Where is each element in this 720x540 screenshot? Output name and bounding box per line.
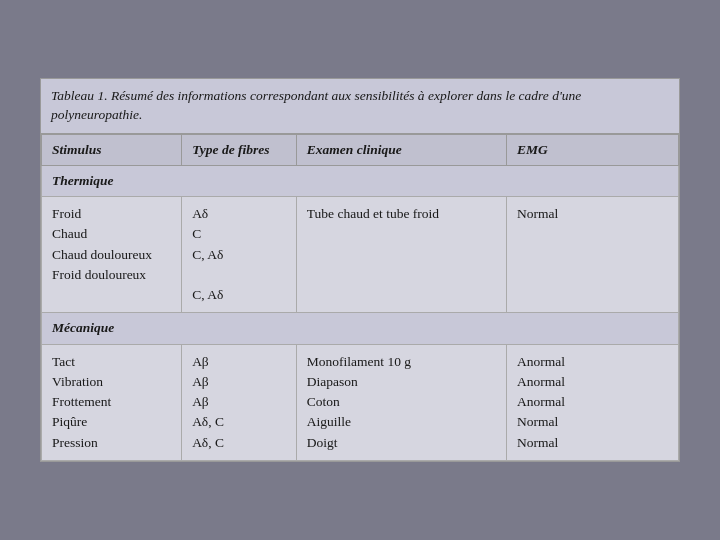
cell-emg-1-0: AnormalAnormalAnormalNormalNormal	[506, 344, 678, 460]
table-caption: Tableau 1. Résumé des informations corre…	[41, 79, 679, 134]
caption-text: Tableau 1. Résumé des informations corre…	[51, 88, 581, 122]
header-row: Stimulus Type de fibres Examen clinique …	[42, 134, 679, 165]
table-row-1-0: TactVibrationFrottementPiqûrePressionAβA…	[42, 344, 679, 460]
cell-stimulus-0-0: FroidChaudChaud douloureuxFroid douloure…	[42, 197, 182, 313]
cell-fibres-1-0: AβAβAβAδ, CAδ, C	[182, 344, 297, 460]
section-header-label-0: Thermique	[42, 165, 679, 196]
cell-examen-0-0: Tube chaud et tube froid	[296, 197, 506, 313]
cell-stimulus-1-0: TactVibrationFrottementPiqûrePression	[42, 344, 182, 460]
section-header-label-1: Mécanique	[42, 313, 679, 344]
cell-examen-1-0: Monofilament 10 gDiapasonCotonAiguilleDo…	[296, 344, 506, 460]
main-table-container: Tableau 1. Résumé des informations corre…	[40, 78, 680, 462]
header-examen: Examen clinique	[296, 134, 506, 165]
table-row-0-0: FroidChaudChaud douloureuxFroid douloure…	[42, 197, 679, 313]
table-body: ThermiqueFroidChaudChaud douloureuxFroid…	[42, 165, 679, 460]
cell-emg-0-0: Normal	[506, 197, 678, 313]
header-emg: EMG	[506, 134, 678, 165]
header-stimulus: Stimulus	[42, 134, 182, 165]
section-header-1: Mécanique	[42, 313, 679, 344]
cell-fibres-0-0: AδCC, AδC, Aδ	[182, 197, 297, 313]
data-table: Stimulus Type de fibres Examen clinique …	[41, 134, 679, 461]
header-fibres: Type de fibres	[182, 134, 297, 165]
section-header-0: Thermique	[42, 165, 679, 196]
